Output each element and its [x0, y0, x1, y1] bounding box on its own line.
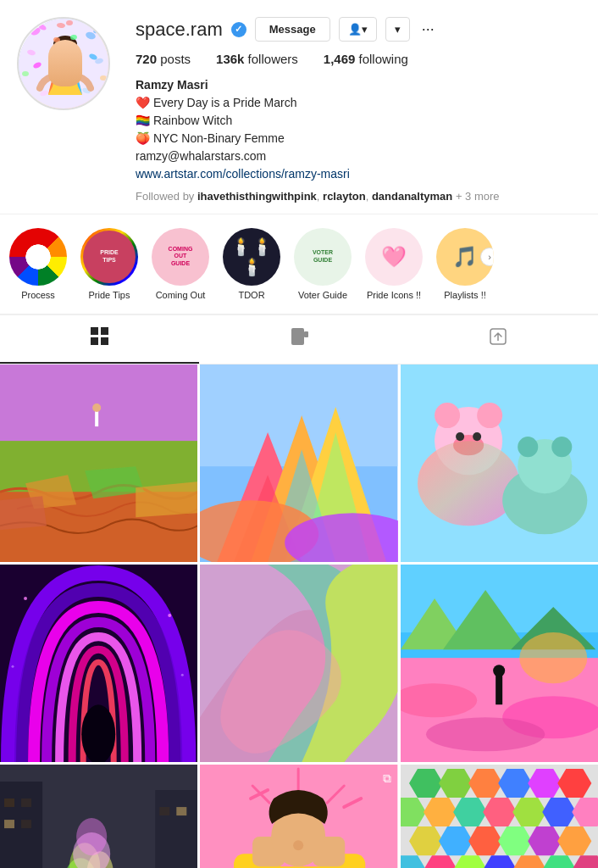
- stats-row: 720 posts 136k followers 1,469 following: [136, 52, 581, 66]
- photo-grid: ⧉: [0, 364, 598, 869]
- svg-rect-85: [159, 807, 169, 815]
- grid-item-6[interactable]: [401, 565, 598, 762]
- grid-item-4[interactable]: [0, 565, 197, 762]
- avatar-image: [19, 19, 110, 110]
- story-item-process[interactable]: Process: [8, 228, 68, 300]
- svg-rect-76: [496, 675, 502, 704]
- svg-rect-34: [95, 411, 98, 426]
- grid-item-8[interactable]: ⧉: [200, 765, 397, 868]
- story-label-process: Process: [21, 290, 55, 300]
- story-pride-heart: 🩷: [381, 245, 407, 269]
- grid-item-5[interactable]: [200, 565, 397, 762]
- story-label-pride-icons: Pride Icons !!: [367, 290, 421, 300]
- story-item-pride-icons[interactable]: 🩷 Pride Icons !!: [364, 228, 424, 300]
- story-item-playlists[interactable]: 🎵 › Playlists !!: [435, 228, 495, 300]
- posts-stat[interactable]: 720 posts: [136, 52, 191, 66]
- bio-line-2: 🏳️‍🌈 Rainbow Witch: [136, 112, 581, 130]
- svg-point-53: [473, 432, 481, 441]
- svg-rect-86: [176, 807, 186, 815]
- svg-point-63: [12, 665, 14, 667]
- follower-name-3[interactable]: dandanaltyman: [372, 190, 452, 203]
- person-icon: 👤▾: [348, 23, 368, 36]
- bio-line-1: ❤️ Every Day is a Pride March: [136, 94, 581, 112]
- svg-point-35: [92, 403, 101, 412]
- message-button[interactable]: Message: [255, 17, 330, 42]
- grid-icon: [91, 327, 109, 350]
- svg-marker-33: [136, 481, 197, 517]
- follow-arrow-button[interactable]: 👤▾: [339, 17, 377, 42]
- svg-rect-20: [101, 327, 108, 335]
- svg-point-75: [519, 632, 587, 683]
- svg-marker-32: [0, 496, 47, 530]
- bio-link[interactable]: www.artstar.com/collections/ramzy-masri: [136, 167, 350, 181]
- svg-rect-84: [21, 820, 31, 828]
- grid-item-1[interactable]: [0, 364, 197, 562]
- svg-point-49: [435, 403, 460, 428]
- svg-point-60: [81, 704, 115, 762]
- more-options-button[interactable]: ···: [418, 20, 438, 38]
- tabs-section: [0, 314, 598, 364]
- svg-point-54: [418, 441, 519, 526]
- tag-icon: [489, 327, 507, 350]
- grid-item-3[interactable]: [401, 364, 598, 562]
- grid-item-2[interactable]: [200, 364, 397, 562]
- story-item-tdor[interactable]: 🕯️🕯️🕯️ TDOR: [222, 228, 281, 300]
- svg-point-77: [493, 665, 505, 676]
- tab-igtv[interactable]: [199, 315, 398, 364]
- story-circle-pride-tips: PRIDETIPS: [80, 228, 138, 286]
- story-circle-voter-guide: VOTERGUIDE: [294, 228, 352, 286]
- multi-photo-icon: ⧉: [383, 771, 391, 786]
- dropdown-button[interactable]: ▾: [385, 17, 410, 42]
- full-name: Ramzy Masri: [136, 76, 581, 94]
- svg-rect-82: [21, 798, 31, 807]
- story-item-voter-guide[interactable]: VOTERGUIDE Voter Guide: [293, 228, 352, 300]
- story-circle-tdor: 🕯️🕯️🕯️: [223, 228, 280, 286]
- story-circle-process: [9, 228, 67, 286]
- story-voter-text: VOTERGUIDE: [309, 246, 336, 267]
- story-circle-coming-out: COMINGOUTGUIDE: [152, 228, 209, 286]
- svg-rect-81: [4, 798, 14, 807]
- svg-point-61: [24, 597, 27, 600]
- bio-line-3: 🍑 NYC Non-Binary Femme: [136, 130, 581, 147]
- svg-rect-83: [4, 820, 14, 828]
- svg-rect-24: [304, 331, 308, 337]
- svg-point-52: [456, 432, 464, 441]
- igtv-icon: [290, 327, 308, 350]
- svg-point-74: [426, 717, 545, 751]
- svg-point-50: [477, 403, 502, 428]
- svg-point-58: [551, 437, 572, 457]
- story-item-pride-tips[interactable]: PRIDETIPS Pride Tips: [80, 228, 139, 300]
- follower-name-1[interactable]: ihavethisthingwithpink: [197, 190, 317, 203]
- story-coming-out-text: COMINGOUTGUIDE: [165, 242, 197, 270]
- story-circle-playlists: 🎵 ›: [436, 228, 494, 286]
- story-label-coming-out: Coming Out: [156, 290, 206, 300]
- svg-rect-19: [91, 327, 98, 335]
- following-stat[interactable]: 1,469 following: [324, 52, 408, 66]
- svg-rect-80: [155, 790, 197, 868]
- grid-item-9[interactable]: [401, 765, 598, 868]
- username: space.ram: [136, 19, 223, 41]
- bio-email: ramzy@whalarstars.com: [136, 147, 581, 165]
- verified-badge: ✓: [231, 22, 246, 37]
- svg-point-13: [53, 42, 77, 66]
- followers-stat[interactable]: 136k followers: [216, 52, 298, 66]
- story-rainbow-image: [9, 228, 67, 286]
- svg-point-57: [518, 437, 538, 457]
- svg-point-110: [293, 840, 303, 850]
- profile-info: space.ram ✓ Message 👤▾ ▾ ··· 720 posts 1…: [136, 17, 581, 205]
- avatar[interactable]: [17, 17, 110, 110]
- svg-point-11: [22, 71, 29, 76]
- svg-rect-22: [101, 337, 108, 345]
- follower-name-2[interactable]: rclayton: [323, 190, 366, 203]
- tab-tagged[interactable]: [399, 315, 598, 364]
- svg-point-64: [181, 674, 184, 676]
- story-circle-pride-icons: 🩷: [365, 228, 423, 286]
- svg-point-12: [100, 75, 107, 81]
- profile-top-row: space.ram ✓ Message 👤▾ ▾ ···: [136, 17, 581, 42]
- grid-item-7[interactable]: [0, 765, 197, 868]
- tab-grid[interactable]: [0, 315, 199, 364]
- story-label-voter-guide: Voter Guide: [298, 290, 347, 300]
- profile-section: space.ram ✓ Message 👤▾ ▾ ··· 720 posts 1…: [0, 0, 598, 214]
- story-item-coming-out[interactable]: COMINGOUTGUIDE Coming Out: [151, 228, 210, 300]
- stories-next-button[interactable]: ›: [480, 248, 494, 266]
